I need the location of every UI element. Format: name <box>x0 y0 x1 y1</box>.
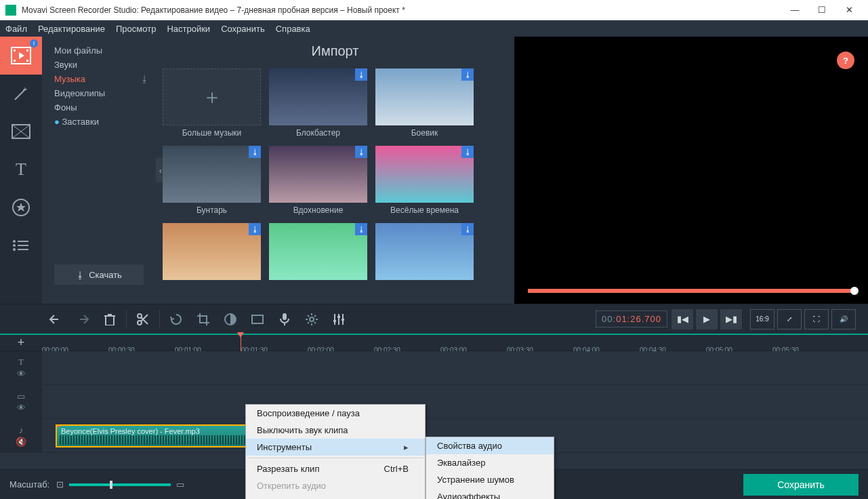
star-circle-icon <box>12 198 30 217</box>
thumb-next-2[interactable]: ⭳ <box>269 223 367 280</box>
eye-icon[interactable]: 👁 <box>17 403 26 413</box>
title-bar: Movavi Screen Recorder Studio: Редактиро… <box>0 0 868 20</box>
mute-icon[interactable]: 🔇 <box>16 437 26 447</box>
download-button[interactable]: ⭳Скачать <box>54 264 144 285</box>
timecode-display[interactable]: 00:01:26.700 <box>596 311 667 327</box>
thumb-next-3[interactable]: ⭳ <box>375 223 474 280</box>
eye-icon[interactable]: 👁 <box>17 369 26 379</box>
zoom-full-icon[interactable]: ▭ <box>176 479 184 490</box>
equalizer-button[interactable] <box>325 306 352 332</box>
download-icon: ⭳ <box>355 223 367 235</box>
popout-icon: ⤢ <box>787 315 792 323</box>
track-header-audio[interactable]: ♪ 🔇 <box>0 419 42 452</box>
svg-rect-10 <box>18 241 28 242</box>
gear-button[interactable] <box>298 306 325 332</box>
tool-transitions[interactable] <box>0 113 42 151</box>
thumb-more-music[interactable]: ＋Больше музыки <box>163 68 261 138</box>
thumb-rebel[interactable]: ⭳Бунтарь <box>163 146 261 215</box>
rotate-button[interactable] <box>163 306 190 332</box>
aspect-button[interactable]: 16:9 <box>750 309 774 330</box>
next-button[interactable]: ▶▮ <box>720 309 742 330</box>
ctx-cut-clip[interactable]: Разрезать клипCtrl+B <box>246 460 425 477</box>
thumb-next-1[interactable]: ⭳ <box>163 223 261 280</box>
undo-button[interactable] <box>42 306 69 332</box>
menu-file[interactable]: Файл <box>5 24 27 34</box>
play-button[interactable]: ▶ <box>696 309 718 330</box>
tool-wand[interactable] <box>0 75 42 113</box>
download-icon: ⭳ <box>76 270 85 280</box>
cat-sounds[interactable]: Звуки <box>54 58 156 72</box>
zoom-label: Масштаб: <box>9 479 49 490</box>
tool-stickers[interactable] <box>0 188 42 226</box>
delete-button[interactable] <box>96 306 123 332</box>
menu-save[interactable]: Сохранить <box>221 24 265 34</box>
thumb-fun-times[interactable]: ⭳Весёлые времена <box>375 146 474 215</box>
app-icon <box>5 5 16 16</box>
minimize-button[interactable]: — <box>781 0 808 20</box>
download-icon: ⭳ <box>249 223 261 235</box>
svg-rect-3 <box>26 49 28 52</box>
separator <box>247 458 423 458</box>
menu-edit[interactable]: Редактирование <box>38 24 105 34</box>
gear-icon <box>305 313 318 326</box>
timeline-ruler: + 00:00:00 00:00:30 00:01:00 00:01:30 00… <box>0 334 868 351</box>
menu-help[interactable]: Справка <box>276 24 310 34</box>
cat-backgrounds[interactable]: Фоны <box>54 100 156 115</box>
zoom-slider[interactable] <box>69 483 171 486</box>
cat-videoclips[interactable]: Видеоклипы <box>54 86 156 100</box>
help-button[interactable]: ? <box>837 52 854 69</box>
download-icon: ⭳ <box>461 146 474 158</box>
svg-rect-12 <box>18 245 28 246</box>
thumbnail-grid: ＋Больше музыки ⭳Блокбастер ⭳Боевик ⭳Бунт… <box>163 68 508 280</box>
track-header-text[interactable]: T 👁 <box>0 351 42 384</box>
save-button[interactable]: Сохранить <box>743 474 859 496</box>
cat-music[interactable]: Музыка⭳ <box>54 72 156 86</box>
svg-rect-24 <box>342 319 344 321</box>
sub-audio-effects[interactable]: Аудиоэффекты <box>426 488 554 499</box>
category-column: Мои файлы Звуки Музыка⭳ Видеоклипы Фоны … <box>42 37 156 304</box>
menu-view[interactable]: Просмотр <box>116 24 156 34</box>
tool-more[interactable] <box>0 226 42 264</box>
download-icon: ⭳ <box>355 146 367 158</box>
tool-text[interactable]: T <box>0 151 42 188</box>
timecode-section: 00:01:26.700 ▮◀ ▶ ▶▮ 16:9 ⤢ ⛶ 🔊 <box>596 309 868 330</box>
color-button[interactable] <box>217 306 244 332</box>
cut-button[interactable] <box>129 306 157 332</box>
preview-scrubber[interactable] <box>528 289 854 293</box>
zoom-knob[interactable] <box>110 481 112 489</box>
close-button[interactable]: ✕ <box>835 0 863 20</box>
svg-point-21 <box>310 317 314 321</box>
menu-settings[interactable]: Настройки <box>167 24 210 34</box>
rotate-icon <box>169 313 183 326</box>
thumb-blockbuster[interactable]: ⭳Блокбастер <box>269 68 367 138</box>
cat-my-files[interactable]: Мои файлы <box>54 43 156 58</box>
ctx-tools[interactable]: Инструменты▸ <box>246 439 425 456</box>
clip-label: Beyonce(Elvis Presley cover) - Fever.mp3 <box>61 427 200 435</box>
sub-equalizer[interactable]: Эквалайзер <box>426 454 554 471</box>
thumb-action[interactable]: ⭳Боевик <box>375 68 474 138</box>
popout-button[interactable]: ⤢ <box>777 309 802 330</box>
redo-button[interactable] <box>69 306 96 332</box>
thumb-inspiration[interactable]: ⭳Вдохновение <box>269 146 367 215</box>
audio-clip[interactable]: Beyonce(Elvis Presley cover) - Fever.mp3 <box>56 424 259 447</box>
zoom-fit-icon[interactable]: ⊡ <box>56 479 64 490</box>
clip-props-button[interactable] <box>244 306 271 332</box>
sub-audio-props[interactable]: Свойства аудио <box>426 437 554 454</box>
tool-import[interactable]: ! <box>0 37 42 75</box>
fullscreen-button[interactable]: ⛶ <box>804 309 829 330</box>
cat-intros[interactable]: ● Заставки <box>54 115 156 129</box>
ctx-detect-beats[interactable]: Распознать биты <box>246 494 425 499</box>
add-track-button[interactable]: + <box>0 336 42 350</box>
maximize-button[interactable]: ☐ <box>808 0 835 20</box>
preview-panel: ? <box>514 37 868 304</box>
volume-button[interactable]: 🔊 <box>831 309 856 330</box>
scrubber-knob[interactable] <box>850 287 859 295</box>
sub-noise-removal[interactable]: Устранение шумов <box>426 471 554 488</box>
prev-button[interactable]: ▮◀ <box>671 309 693 330</box>
mic-button[interactable] <box>271 306 298 332</box>
crop-button[interactable] <box>190 306 217 332</box>
ctx-mute-clip[interactable]: Выключить звук клипа <box>246 422 425 439</box>
track-header-video[interactable]: ▭ 👁 <box>0 385 42 418</box>
ctx-play-pause[interactable]: Воспроизведение / пауза <box>246 405 425 422</box>
scissors-icon <box>137 313 149 325</box>
